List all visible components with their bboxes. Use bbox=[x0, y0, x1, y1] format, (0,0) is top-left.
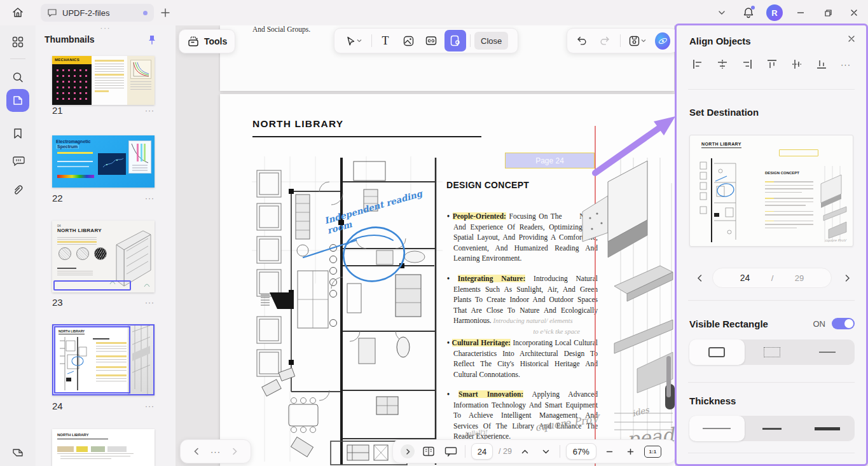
link-tool-button[interactable] bbox=[422, 31, 441, 50]
thumbnail-menu-icon[interactable]: ··· bbox=[145, 402, 155, 411]
bookmarks-button[interactable] bbox=[6, 122, 29, 145]
notifications-button[interactable] bbox=[740, 4, 757, 22]
thumbnail-menu-icon[interactable]: ··· bbox=[145, 298, 155, 307]
home-button[interactable] bbox=[9, 5, 27, 20]
ai-assistant-button[interactable] bbox=[655, 32, 670, 50]
previous-destination-button[interactable] bbox=[693, 271, 706, 284]
medium-line-icon bbox=[762, 428, 782, 430]
chevron-left-icon[interactable] bbox=[192, 447, 201, 456]
thumbnail-page-25[interactable]: NORTH LIBRARY bbox=[52, 429, 155, 466]
thumbnail-menu-icon[interactable]: ··· bbox=[145, 106, 155, 115]
page-title: NORTH LIBRARY bbox=[252, 118, 343, 130]
window-menu-button[interactable] bbox=[713, 4, 731, 22]
save-icon bbox=[628, 35, 640, 47]
thumb23-diagrams bbox=[59, 247, 107, 260]
preview-floorplan bbox=[699, 157, 760, 243]
destination-page-current[interactable]: 24 bbox=[740, 273, 750, 283]
thickness-thin-selected[interactable] bbox=[689, 416, 745, 441]
toolbar-divider bbox=[470, 34, 471, 47]
next-destination-button[interactable] bbox=[841, 271, 853, 284]
nav-more-icon[interactable]: ··· bbox=[210, 447, 221, 456]
style-solid-rectangle-selected[interactable] bbox=[689, 339, 745, 365]
section-heading: DESIGN CONCEPT bbox=[446, 180, 529, 190]
align-left-icon[interactable] bbox=[692, 58, 703, 70]
chevron-right-icon[interactable] bbox=[230, 447, 239, 456]
select-tool-button[interactable] bbox=[340, 31, 368, 50]
zoom-level-input[interactable]: 67% bbox=[566, 443, 596, 460]
zoom-out-button[interactable] bbox=[602, 442, 617, 461]
align-bottom-icon[interactable] bbox=[816, 58, 827, 70]
pdf-page-24[interactable]: NORTH LIBRARY bbox=[220, 94, 675, 466]
comments-button[interactable] bbox=[6, 149, 29, 172]
tools-button[interactable]: Tools bbox=[179, 29, 235, 53]
app-grid-button[interactable] bbox=[6, 31, 29, 53]
thickness-thick[interactable] bbox=[799, 416, 855, 441]
panel-drag-handle[interactable]: ··· bbox=[36, 24, 176, 32]
panel-divider bbox=[688, 382, 855, 383]
chevron-down-icon bbox=[717, 8, 726, 17]
chevron-up-icon bbox=[521, 448, 529, 456]
thumbnail-page-21[interactable]: MECHANICS bbox=[52, 56, 155, 105]
text-tool-button[interactable]: T bbox=[376, 31, 395, 50]
actual-size-button[interactable]: 1:1 bbox=[644, 446, 661, 458]
attachments-button[interactable] bbox=[6, 178, 29, 201]
image-tool-button[interactable] bbox=[399, 31, 418, 50]
expand-bar-button[interactable] bbox=[401, 444, 415, 458]
thumbnail-menu-icon[interactable]: ··· bbox=[145, 194, 155, 203]
title-bar: UPDF-2-files R bbox=[0, 0, 868, 25]
align-top-icon[interactable] bbox=[766, 58, 778, 70]
thumbnails-header: Thumbnails bbox=[45, 34, 95, 45]
restore-button[interactable] bbox=[818, 4, 836, 22]
close-tool-button[interactable]: Close bbox=[474, 32, 508, 50]
page-destination-tool-button-active[interactable] bbox=[444, 30, 466, 51]
align-right-icon[interactable] bbox=[741, 58, 753, 70]
toolbar-divider bbox=[371, 34, 372, 47]
destination-pager: 24 / 29 bbox=[677, 268, 866, 288]
thumbnail-page-22[interactable]: Electromagnetic Spectrum bbox=[52, 135, 155, 188]
avatar[interactable]: R bbox=[766, 4, 783, 21]
toggle-state-label: ON bbox=[813, 319, 826, 329]
paperclip-icon bbox=[11, 183, 24, 196]
style-underline[interactable] bbox=[799, 339, 855, 365]
redo-icon bbox=[599, 35, 610, 46]
close-window-button[interactable] bbox=[845, 4, 863, 22]
signature-button[interactable] bbox=[6, 441, 29, 464]
thumbnail-page-23[interactable]: 04 NORTH LIBRARY bbox=[52, 221, 155, 292]
pin-panel-button[interactable] bbox=[146, 34, 158, 46]
chat-tab-icon bbox=[47, 8, 57, 18]
presentation-mode-button[interactable] bbox=[443, 442, 459, 461]
thumbnails-nav-button[interactable] bbox=[6, 89, 29, 112]
thumb22-title: Electromagnetic Spectrum bbox=[56, 139, 90, 149]
zoom-in-button[interactable] bbox=[623, 442, 638, 461]
align-center-horizontal-icon[interactable] bbox=[717, 58, 728, 70]
visible-rectangle-toggle[interactable] bbox=[832, 318, 855, 329]
presentation-icon bbox=[444, 446, 457, 458]
two-page-view-icon bbox=[422, 446, 435, 457]
page-layout-button[interactable] bbox=[420, 442, 437, 461]
panel-close-button[interactable] bbox=[847, 34, 856, 43]
new-tab-button[interactable] bbox=[159, 6, 172, 19]
undo-button[interactable] bbox=[574, 31, 590, 50]
page-link-label: Page 24 bbox=[535, 156, 564, 165]
destination-page-box[interactable]: 24 / 29 bbox=[712, 268, 832, 288]
align-middle-vertical-icon[interactable] bbox=[791, 58, 803, 70]
thumbnail-page-24-selected[interactable]: NORTH LIBRARY bbox=[52, 324, 155, 395]
document-tab[interactable]: UPDF-2-files bbox=[41, 4, 154, 22]
redo-button-disabled[interactable] bbox=[596, 31, 613, 50]
chevron-down-icon bbox=[640, 38, 647, 44]
page-number-23: 23 bbox=[52, 297, 63, 308]
save-button[interactable] bbox=[626, 31, 649, 50]
page-number-input[interactable]: 24 bbox=[471, 443, 493, 460]
more-align-options-icon[interactable]: ··· bbox=[841, 60, 851, 69]
thumbnail-21-row: 21 ··· bbox=[52, 105, 155, 116]
tab-label: UPDF-2-files bbox=[62, 8, 109, 18]
canvas-scrollbar[interactable] bbox=[666, 356, 671, 397]
search-button[interactable] bbox=[6, 66, 29, 89]
minimize-button[interactable] bbox=[792, 4, 809, 22]
style-dotted-rectangle[interactable] bbox=[745, 339, 800, 365]
destination-preview[interactable]: NORTH LIBRARY DESIGN CONCEPT bbox=[689, 135, 853, 247]
thumb25-title: NORTH LIBRARY bbox=[57, 433, 88, 437]
next-page-button[interactable] bbox=[539, 442, 554, 461]
previous-page-button[interactable] bbox=[518, 442, 533, 461]
thickness-medium[interactable] bbox=[745, 416, 800, 441]
